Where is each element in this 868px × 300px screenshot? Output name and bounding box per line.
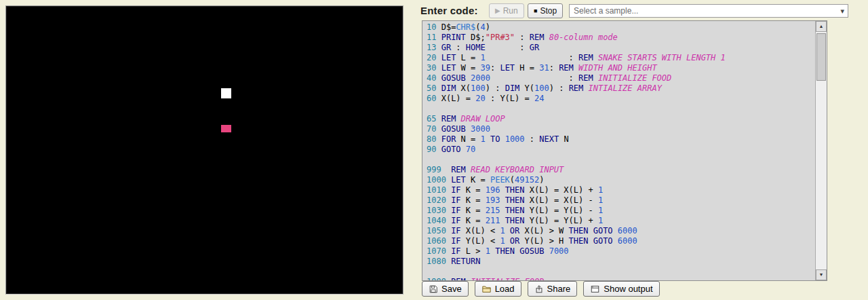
code-line: 90 GOTO 70 — [427, 145, 815, 155]
chevron-down-icon: ▾ — [840, 5, 844, 16]
floppy-icon — [429, 284, 438, 294]
code-line: 1999 REM INITIALIZE FOOD — [427, 277, 815, 280]
scroll-up-button[interactable]: ▲ — [816, 21, 827, 32]
load-button[interactable]: Load — [475, 281, 521, 297]
code-line: 1030 IF K = 215 THEN Y(L) = Y(L) - 1 — [427, 206, 815, 216]
folder-icon — [481, 284, 492, 294]
save-button-label: Save — [441, 284, 462, 294]
share-button[interactable]: Share — [528, 281, 578, 297]
code-line: 1080 RETURN — [427, 257, 815, 267]
code-line — [427, 104, 815, 114]
show-output-button[interactable]: Show output — [583, 281, 659, 297]
share-icon — [534, 284, 544, 294]
code-line: 1060 IF Y(L) < 1 OR Y(L) > H THEN GOTO 6… — [427, 236, 815, 246]
code-line: 1040 IF K = 211 THEN Y(L) = Y(L) + 1 — [427, 216, 815, 226]
editor-scrollbar[interactable]: ▲ ▼ — [815, 21, 827, 280]
stop-button-label: Stop — [540, 6, 557, 16]
food-block — [221, 125, 231, 132]
code-line: 80 FOR N = 1 TO 1000 : NEXT N — [427, 134, 815, 145]
enter-code-label: Enter code: — [420, 5, 478, 16]
stop-icon: ■ — [534, 8, 537, 14]
sample-select[interactable]: Select a sample... ▾ — [569, 4, 848, 18]
code-line: 40 GOSUB 2000 : REM INITIALIZE FOOD — [427, 73, 815, 83]
code-line: 70 GOSUB 3000 — [427, 124, 815, 134]
window-icon — [590, 284, 600, 294]
code-line: 1010 IF K = 196 THEN X(L) = X(L) + 1 — [427, 185, 815, 195]
code-line: 11 PRINT D$;"PR#3" : REM 80-column mode — [427, 33, 815, 43]
show-output-button-label: Show output — [604, 284, 652, 294]
code-line: 30 LET W = 39: LET H = 31: REM WIDTH AND… — [427, 63, 815, 73]
stop-button[interactable]: ■ Stop — [528, 3, 563, 18]
run-button[interactable]: ▶ Run — [489, 3, 524, 18]
code-line: 50 DIM X(100) : DIM Y(100) : REM INTIALI… — [427, 83, 815, 94]
share-button-label: Share — [547, 284, 571, 294]
code-line — [427, 267, 815, 277]
load-button-label: Load — [495, 284, 515, 294]
snake-block — [221, 88, 231, 98]
run-button-label: Run — [503, 6, 518, 16]
code-line: 13 GR : HOME : GR — [427, 43, 815, 53]
code-line: 10 D$=CHR$(4) — [427, 22, 815, 33]
code-line: 1070 IF L > 1 THEN GOSUB 7000 — [427, 246, 815, 257]
code-editor[interactable]: 10 D$=CHR$(4)11 PRINT D$;"PR#3" : REM 80… — [422, 20, 827, 281]
code-line — [427, 155, 815, 165]
editor-actions: Save Load Share Show output — [422, 281, 660, 297]
code-line: 1050 IF X(L) < 1 OR X(L) > W THEN GOTO 6… — [427, 226, 815, 236]
emulator-screen-frame — [5, 5, 403, 295]
scroll-down-button[interactable]: ▼ — [816, 269, 827, 280]
code-line: 1000 LET K = PEEK(49152) — [427, 175, 815, 185]
code-line: 1020 IF K = 193 THEN X(L) = X(L) - 1 — [427, 195, 815, 206]
scrollbar-thumb[interactable] — [816, 33, 826, 81]
code-line: 999 REM READ KEYBOARD INPUT — [427, 165, 815, 175]
code-line: 60 X(L) = 20 : Y(L) = 24 — [427, 94, 815, 104]
code-line: 20 LET L = 1 : REM SNAKE STARTS WITH LEN… — [427, 53, 815, 63]
graphics-display[interactable] — [7, 7, 402, 293]
sample-select-value: Select a sample... — [574, 6, 638, 16]
code-content[interactable]: 10 D$=CHR$(4)11 PRINT D$;"PR#3" : REM 80… — [422, 21, 815, 280]
play-icon: ▶ — [495, 7, 500, 14]
save-button[interactable]: Save — [422, 281, 469, 297]
code-line: 65 REM DRAW LOOP — [427, 114, 815, 124]
